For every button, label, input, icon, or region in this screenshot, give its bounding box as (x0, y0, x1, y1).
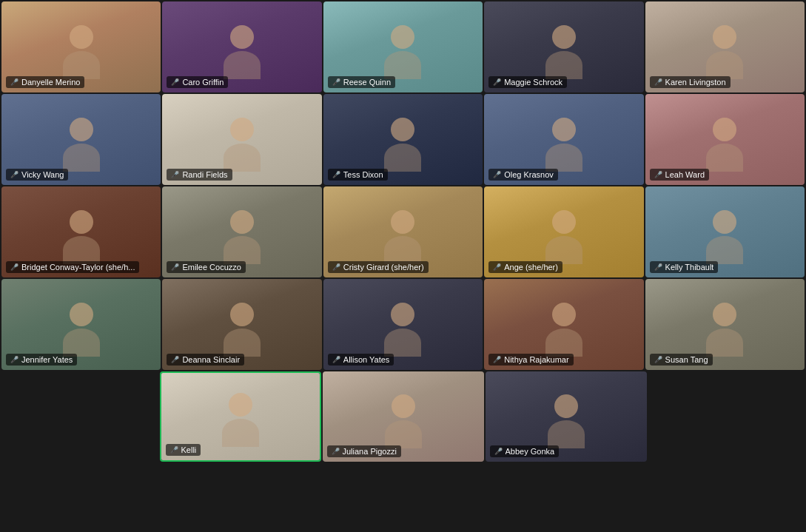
video-tile-vicky-wang[interactable]: 🎤Vicky Wang (1, 94, 161, 185)
video-tile-emilee-cocuzzo[interactable]: 🎤Emilee Cocuzzo (162, 186, 321, 277)
video-tile-abbey-gonka[interactable]: 🎤Abbey Gonka (486, 371, 647, 462)
participant-name-susan-tang: Susan Tang (665, 355, 708, 364)
name-label-emilee-cocuzzo: 🎤Emilee Cocuzzo (167, 261, 245, 273)
video-tile-caro-griffin[interactable]: 🎤Caro Griffin (162, 1, 321, 92)
mic-status-jennifer-yates: 🎤 (10, 356, 19, 363)
mic-status-bridget-conway-taylor: 🎤 (10, 263, 19, 271)
participant-name-leah-ward: Leah Ward (665, 170, 705, 179)
mic-status-maggie-schrock: 🎤 (493, 78, 501, 86)
participant-name-kelly-thibault: Kelly Thibault (665, 263, 714, 272)
name-label-kelli: 🎤Kelli (166, 444, 201, 456)
mic-status-caro-griffin: 🎤 (171, 78, 179, 86)
bottom-row: 🎤Kelli🎤Juliana Pigozzi🎤Abbey Gonka (0, 371, 806, 463)
participant-name-jennifer-yates: Jennifer Yates (21, 355, 73, 364)
video-tile-deanna-sinclair[interactable]: 🎤Deanna Sinclair (162, 279, 321, 370)
video-call-container: 🎤Danyelle Merino🎤Caro Griffin🎤Reese Quin… (0, 0, 806, 463)
name-label-maggie-schrock: 🎤Maggie Schrock (488, 76, 567, 88)
participant-name-juliana-pigozzi: Juliana Pigozzi (343, 447, 397, 456)
name-label-susan-tang: 🎤Susan Tang (650, 354, 713, 366)
name-label-leah-ward: 🎤Leah Ward (650, 169, 709, 181)
name-label-allison-yates: 🎤Allison Yates (328, 354, 394, 366)
participant-name-emilee-cocuzzo: Emilee Cocuzzo (182, 263, 241, 272)
participant-name-vicky-wang: Vicky Wang (21, 170, 64, 179)
video-tile-allison-yates[interactable]: 🎤Allison Yates (323, 279, 483, 370)
name-label-ange: 🎤Ange (she/her) (488, 261, 562, 273)
name-label-danyelle-merino: 🎤Danyelle Merino (6, 76, 84, 88)
participant-name-deanna-sinclair: Deanna Sinclair (182, 355, 240, 364)
name-label-reese-quinn: 🎤Reese Quinn (328, 76, 395, 88)
name-label-tess-dixon: 🎤Tess Dixon (328, 169, 388, 181)
video-tile-juliana-pigozzi[interactable]: 🎤Juliana Pigozzi (323, 371, 484, 462)
participant-name-abbey-gonka: Abbey Gonka (506, 447, 555, 456)
participant-name-maggie-schrock: Maggie Schrock (504, 78, 562, 87)
participant-name-oleg-krasnov: Oleg Krasnov (504, 170, 554, 179)
mic-status-leah-ward: 🎤 (654, 171, 662, 178)
mic-status-kelli: 🎤 (170, 446, 178, 454)
mic-status-susan-tang: 🎤 (654, 356, 662, 363)
name-label-oleg-krasnov: 🎤Oleg Krasnov (488, 169, 558, 181)
video-tile-randi-fields[interactable]: 🎤Randi Fields (162, 94, 321, 185)
name-label-jennifer-yates: 🎤Jennifer Yates (6, 354, 77, 366)
name-label-vicky-wang: 🎤Vicky Wang (6, 169, 68, 181)
name-label-cristy-girard: 🎤Cristy Girard (she/her) (328, 261, 429, 273)
participant-name-reese-quinn: Reese Quinn (343, 78, 391, 87)
participant-name-randi-fields: Randi Fields (182, 170, 227, 179)
mic-status-nithya-rajakumar: 🎤 (493, 356, 501, 363)
mic-status-abbey-gonka: 🎤 (494, 448, 503, 455)
video-tile-reese-quinn[interactable]: 🎤Reese Quinn (323, 1, 483, 92)
participant-name-cristy-girard: Cristy Girard (she/her) (343, 263, 424, 272)
participant-name-danyelle-merino: Danyelle Merino (21, 78, 80, 87)
mic-status-reese-quinn: 🎤 (332, 78, 340, 86)
participant-name-allison-yates: Allison Yates (343, 355, 390, 364)
name-label-kelly-thibault: 🎤Kelly Thibault (650, 261, 719, 273)
mic-status-kelly-thibault: 🎤 (654, 263, 662, 271)
video-tile-karen-livingston[interactable]: 🎤Karen Livingston (645, 1, 805, 92)
mic-status-danyelle-merino: 🎤 (10, 78, 19, 86)
video-tile-nithya-rajakumar[interactable]: 🎤Nithya Rajakumar (484, 279, 643, 370)
name-label-nithya-rajakumar: 🎤Nithya Rajakumar (488, 354, 573, 366)
video-tile-ange[interactable]: 🎤Ange (she/her) (484, 186, 643, 277)
name-label-bridget-conway-taylor: 🎤Bridget Conway-Taylor (she/h... (6, 261, 139, 273)
participant-name-bridget-conway-taylor: Bridget Conway-Taylor (she/h... (21, 263, 135, 272)
name-label-randi-fields: 🎤Randi Fields (167, 169, 232, 181)
name-label-juliana-pigozzi: 🎤Juliana Pigozzi (327, 445, 401, 457)
participant-name-kelli: Kelli (181, 445, 197, 454)
video-tile-oleg-krasnov[interactable]: 🎤Oleg Krasnov (484, 94, 643, 185)
name-label-caro-griffin: 🎤Caro Griffin (167, 76, 228, 88)
participant-name-tess-dixon: Tess Dixon (343, 170, 383, 179)
main-grid: 🎤Danyelle Merino🎤Caro Griffin🎤Reese Quin… (0, 0, 806, 371)
mic-status-deanna-sinclair: 🎤 (171, 356, 179, 363)
video-tile-leah-ward[interactable]: 🎤Leah Ward (645, 94, 805, 185)
mic-status-emilee-cocuzzo: 🎤 (171, 263, 179, 271)
video-tile-kelli[interactable]: 🎤Kelli (160, 371, 321, 462)
mic-status-oleg-krasnov: 🎤 (493, 171, 501, 178)
participant-name-nithya-rajakumar: Nithya Rajakumar (504, 355, 568, 364)
participant-name-ange: Ange (she/her) (504, 263, 558, 272)
mic-status-vicky-wang: 🎤 (10, 171, 19, 178)
participant-name-karen-livingston: Karen Livingston (665, 78, 726, 87)
video-tile-susan-tang[interactable]: 🎤Susan Tang (645, 279, 805, 370)
name-label-karen-livingston: 🎤Karen Livingston (650, 76, 731, 88)
video-tile-maggie-schrock[interactable]: 🎤Maggie Schrock (484, 1, 643, 92)
mic-status-allison-yates: 🎤 (332, 356, 340, 363)
video-tile-bridget-conway-taylor[interactable]: 🎤Bridget Conway-Taylor (she/h... (1, 186, 161, 277)
name-label-deanna-sinclair: 🎤Deanna Sinclair (167, 354, 244, 366)
mic-status-juliana-pigozzi: 🎤 (332, 448, 340, 455)
video-tile-jennifer-yates[interactable]: 🎤Jennifer Yates (1, 279, 161, 370)
mic-status-cristy-girard: 🎤 (332, 263, 340, 271)
mic-status-tess-dixon: 🎤 (332, 171, 340, 178)
mic-status-randi-fields: 🎤 (171, 171, 179, 178)
video-tile-kelly-thibault[interactable]: 🎤Kelly Thibault (645, 186, 805, 277)
mic-status-ange: 🎤 (493, 263, 501, 271)
participant-name-caro-griffin: Caro Griffin (182, 78, 224, 87)
video-tile-cristy-girard[interactable]: 🎤Cristy Girard (she/her) (323, 186, 483, 277)
video-tile-danyelle-merino[interactable]: 🎤Danyelle Merino (1, 1, 161, 92)
video-tile-tess-dixon[interactable]: 🎤Tess Dixon (323, 94, 483, 185)
name-label-abbey-gonka: 🎤Abbey Gonka (490, 445, 560, 457)
mic-status-karen-livingston: 🎤 (654, 78, 662, 86)
